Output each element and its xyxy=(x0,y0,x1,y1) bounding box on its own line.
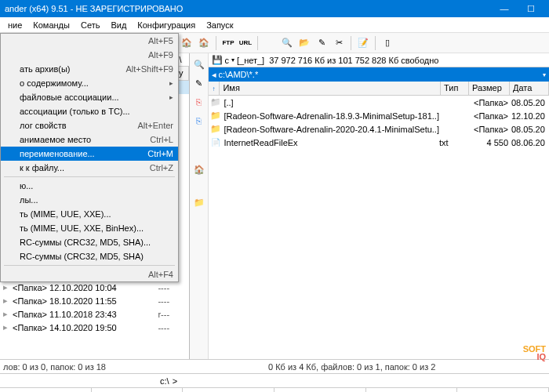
title-bar: ander (x64) 9.51 - НЕ ЗАРЕГИСТРИРОВАНО —… xyxy=(0,0,549,17)
col-type[interactable]: Тип xyxy=(441,82,469,95)
folder-tool-icon[interactable]: 🏠 xyxy=(193,163,205,176)
cmdline-path: c:\ xyxy=(160,376,169,386)
up-icon xyxy=(210,97,221,108)
menu-item[interactable]: Alt+F4 xyxy=(1,267,178,281)
doc-copy-icon[interactable]: ⎘ xyxy=(193,96,205,108)
wand-icon[interactable]: ✎ xyxy=(314,35,329,51)
fnkey[interactable]: F5 Копирование xyxy=(183,388,274,392)
chevron-right-icon: > xyxy=(173,376,177,386)
table-row[interactable]: ▸<Папка> 11.10.2018 23:43r--- xyxy=(0,307,189,321)
fnkey[interactable]: F8 Удаление xyxy=(457,388,549,392)
menu-item[interactable]: Команды xyxy=(28,19,75,31)
binoculars-icon[interactable]: 🔍 xyxy=(279,35,295,51)
context-menu: Alt+F5Alt+F9ать архив(ы)Alt+Shift+F9о со… xyxy=(0,33,179,282)
menu-item[interactable]: лы... xyxy=(1,193,178,207)
folder-new-icon[interactable]: 📁 xyxy=(193,196,205,209)
path-display[interactable]: c:\AMD\*.* xyxy=(218,70,258,79)
url-icon[interactable]: URL xyxy=(238,35,253,51)
table-row[interactable]: [..]<Папка>08.05.20 xyxy=(209,96,549,109)
menu-item[interactable]: Alt+F9 xyxy=(1,48,178,62)
menu-item[interactable]: ать архив(ы)Alt+Shift+F9 xyxy=(1,62,178,76)
folder-icon xyxy=(210,111,221,122)
table-row[interactable]: ▸<Папка> 18.10.2020 11:55---- xyxy=(0,294,189,307)
split-icon[interactable]: ▯ xyxy=(380,35,395,51)
command-line: c:\ > xyxy=(0,373,549,387)
tab-dropdown-icon[interactable]: ▾ xyxy=(543,71,546,78)
menu-item[interactable]: ние xyxy=(3,19,27,31)
table-row[interactable]: ▸<Папка> 14.10.2020 19:50---- xyxy=(0,321,189,334)
drive-icon[interactable]: 💾 xyxy=(212,55,223,65)
file-icon xyxy=(210,137,221,148)
menu-item[interactable]: лог свойствAlt+Enter xyxy=(1,118,178,132)
fnkey[interactable]: F7 Каталог xyxy=(366,388,458,392)
fnkey[interactable]: F4 Правка xyxy=(92,388,184,392)
col-name[interactable]: Имя xyxy=(220,82,441,95)
table-row[interactable]: [Radeon-Software-Adrenalin-18.9.3-Minima… xyxy=(209,109,549,122)
col-size[interactable]: Размер xyxy=(469,82,510,95)
doc-search-icon[interactable]: 🔍 xyxy=(193,58,205,71)
minimize-button[interactable]: — xyxy=(491,0,518,17)
sync-icon[interactable]: 📂 xyxy=(296,35,312,51)
side-toolbar: 🔍 ✎ ⎘ ⎘ 🏠 📁 xyxy=(190,53,209,359)
sort-arrow-icon: ↑ xyxy=(212,85,215,93)
drive-letter[interactable]: c xyxy=(224,56,229,65)
menu-item[interactable]: Конфигурация xyxy=(133,19,200,31)
menu-item[interactable]: ю... xyxy=(1,179,178,193)
menu-item[interactable]: RC-суммы (CRC32, MD5, SHA) xyxy=(1,249,178,263)
menu-item[interactable]: Alt+F5 xyxy=(1,34,178,48)
menu-item[interactable]: файловые ассоциации... xyxy=(1,90,178,104)
menu-item[interactable]: ть (MIME, UUE, XXE, BinHex)... xyxy=(1,221,178,235)
menu-item[interactable]: ассоциации (только в TC)... xyxy=(1,104,178,118)
nav-back-icon[interactable]: ◂ xyxy=(212,70,216,80)
doc-paste-icon[interactable]: ⎘ xyxy=(193,114,205,127)
table-row[interactable]: [Radeon-Software-Adrenalin-2020-20.4.1-M… xyxy=(209,122,549,136)
right-columns: ↑ Имя Тип Размер Дата xyxy=(209,82,549,96)
free-space: 37 972 716 Кб из 101 752 828 Кб свободно xyxy=(269,56,438,65)
menu-bar: ние Команды Сеть Вид Конфигурация Запуск xyxy=(0,17,549,33)
menu-item[interactable]: Вид xyxy=(106,19,131,31)
right-panel: 🔍 ✎ ⎘ ⎘ 🏠 📁 💾 c ▾ [_нет_] 37 972 716 Кб … xyxy=(190,53,549,359)
menu-item[interactable]: ть (MIME, UUE, XXE)... xyxy=(1,207,178,221)
table-row[interactable]: InternetReadFileExtxt4 55008.06.20 xyxy=(209,136,549,149)
status-bar: лов: 0 из 0, папок: 0 из 18 0 Кб из 4 Кб… xyxy=(0,359,549,373)
menu-item[interactable]: о содержимому... xyxy=(1,76,178,90)
folder-yellow-icon[interactable]: 🏠 xyxy=(196,35,212,51)
function-keys: отр F4 Правка F5 Копирование F6 Перемеще… xyxy=(0,387,549,392)
notepad-icon[interactable]: 📝 xyxy=(355,35,371,51)
fnkey[interactable]: отр xyxy=(0,388,92,392)
col-date2[interactable]: Дата xyxy=(510,82,549,95)
menu-item[interactable]: Запуск xyxy=(202,19,238,31)
drive-label: [_нет_] xyxy=(237,56,264,65)
folder-red-icon[interactable]: 🏠 xyxy=(179,35,195,51)
maximize-button[interactable]: ☐ xyxy=(518,0,544,17)
fnkey[interactable]: F6 Перемещение xyxy=(274,388,366,392)
menu-item[interactable]: анимаемое местоCtrl+L xyxy=(1,132,178,147)
right-tab-bar: ◂ c:\AMD\*.* ▾ xyxy=(209,67,549,82)
right-file-list[interactable]: [..]<Папка>08.05.20[Radeon-Software-Adre… xyxy=(209,96,549,359)
folder-icon xyxy=(210,124,221,135)
status-right: 0 Кб из 4 Кб, файлов: 0 из 1, папок: 0 и… xyxy=(268,362,435,372)
menu-item[interactable]: RC-суммы (CRC32, MD5, SHA)... xyxy=(1,235,178,249)
drive-dropdown-icon[interactable]: ▾ xyxy=(231,56,235,64)
menu-item[interactable]: к к файлу...Ctrl+Z xyxy=(1,161,178,175)
table-row[interactable]: ▸<Папка> 12.10.2020 10:04---- xyxy=(0,281,189,294)
cut-icon[interactable]: ✂ xyxy=(331,35,347,51)
status-left: лов: 0 из 0, папок: 0 из 18 xyxy=(3,362,268,372)
menu-item[interactable]: переименование...Ctrl+M xyxy=(1,147,178,161)
menu-item[interactable]: Сеть xyxy=(76,19,104,31)
doc-edit-icon[interactable]: ✎ xyxy=(193,77,205,89)
right-drive-bar: 💾 c ▾ [_нет_] 37 972 716 Кб из 101 752 8… xyxy=(209,53,549,67)
window-title: ander (x64) 9.51 - НЕ ЗАРЕГИСТРИРОВАНО xyxy=(5,4,491,13)
ftp-icon[interactable]: FTP xyxy=(220,35,236,51)
